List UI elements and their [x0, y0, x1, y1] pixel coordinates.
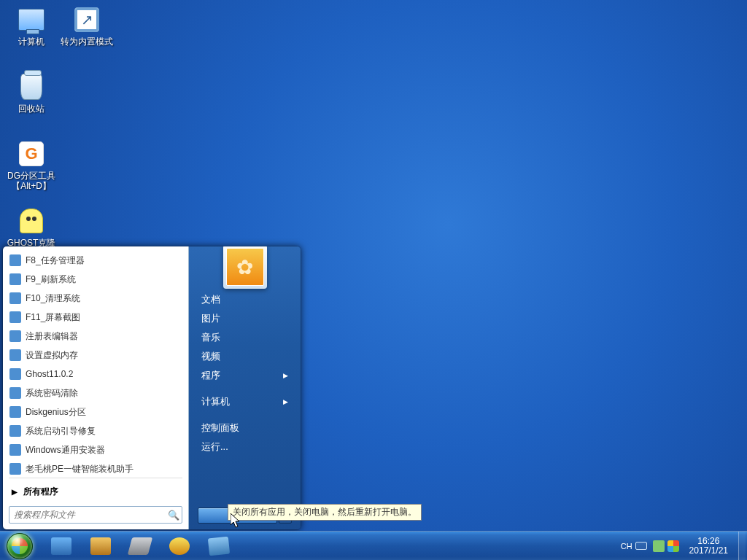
program-icon: [9, 463, 21, 475]
program-icon: [9, 425, 21, 437]
start-menu-right-video[interactable]: 视频: [198, 347, 292, 366]
system-tray: CH 16:26 2017/1/21: [621, 532, 747, 561]
desktop-icon-computer[interactable]: 计算机: [3, 3, 60, 70]
taskbar-quick-launch: [39, 533, 238, 559]
start-menu-program-item[interactable]: F11_屏幕截图: [6, 308, 185, 327]
user-picture-icon: [226, 248, 264, 286]
language-label: CH: [621, 542, 632, 551]
program-label: 系统密码清除: [26, 387, 78, 400]
chevron-right-icon: ▶: [283, 372, 288, 379]
all-programs-label: 所有程序: [23, 486, 58, 498]
start-menu-right-documents[interactable]: 文档: [198, 290, 292, 309]
program-label: 注册表编辑器: [26, 330, 78, 343]
show-desktop-button[interactable]: [738, 532, 746, 561]
start-menu-search[interactable]: 🔍: [9, 506, 182, 524]
start-menu-left-pane: F8_任务管理器 F9_刷新系统 F10_清理系统 F11_屏幕截图 注册表编辑…: [3, 246, 189, 529]
windows-orb-icon: [7, 533, 33, 559]
taskbar-item[interactable]: [82, 533, 120, 559]
desktop-icons: 计算机 回收站 G DG分区工具 【Alt+D】 GHOST克隆 【Alt+G】: [3, 3, 61, 271]
start-menu-program-item[interactable]: F9_刷新系统: [6, 270, 185, 289]
start-button[interactable]: [0, 532, 39, 561]
taskbar-item[interactable]: [200, 533, 238, 559]
start-menu-program-item[interactable]: Diskgenius分区: [6, 402, 185, 421]
program-label: F10_清理系统: [26, 292, 80, 305]
program-icon: [9, 444, 21, 456]
taskbar-item[interactable]: [42, 533, 80, 559]
start-menu-right-pane: 文档 图片 音乐 视频 程序▶ 计算机▶ 控制面板 运行... 重启 ▶: [189, 246, 301, 529]
start-menu-right-control-panel[interactable]: 控制面板: [198, 419, 292, 438]
desktop-icon-mode[interactable]: 转为内置模式: [58, 3, 115, 70]
desktop-icon-label: DG分区工具 【Alt+D】: [7, 171, 55, 191]
chevron-right-icon: ▶: [283, 398, 288, 405]
language-indicator[interactable]: CH: [621, 542, 647, 551]
desktop-icon-recycle[interactable]: 回收站: [3, 70, 60, 137]
clock-time: 16:26: [689, 537, 728, 546]
keyboard-icon: [635, 542, 647, 550]
app-icon: [128, 537, 152, 555]
program-icon: [9, 330, 21, 342]
restart-tooltip: 关闭所有应用，关闭电脑，然后重新打开电脑。: [228, 504, 422, 521]
start-menu-right-music[interactable]: 音乐: [198, 328, 292, 347]
program-icon: [9, 387, 21, 399]
program-label: 老毛桃PE一键智能装机助手: [26, 463, 133, 475]
program-icon: [9, 273, 21, 285]
program-icon: [9, 349, 21, 361]
clock-date: 2017/1/21: [689, 546, 728, 556]
start-menu-programs-list: F8_任务管理器 F9_刷新系统 F10_清理系统 F11_屏幕截图 注册表编辑…: [3, 246, 188, 475]
start-menu-program-item[interactable]: 设置虚拟内存: [6, 346, 185, 365]
tray-icon[interactable]: [667, 540, 679, 552]
program-icon: [9, 368, 21, 380]
app-icon: [90, 537, 111, 555]
chevron-right-icon: ▶: [12, 488, 18, 496]
shortcut-icon: [74, 7, 99, 32]
tray-icons: [653, 540, 679, 552]
tray-icon[interactable]: [653, 540, 665, 552]
start-menu-right-computer[interactable]: 计算机▶: [198, 392, 292, 411]
start-menu-right-run[interactable]: 运行...: [198, 438, 292, 456]
taskbar-clock[interactable]: 16:26 2017/1/21: [685, 537, 732, 556]
program-label: F8_任务管理器: [26, 254, 85, 267]
desktop-icon-label: 回收站: [18, 104, 44, 114]
program-label: Windows通用安装器: [26, 444, 105, 456]
desktop-icon-label: 转为内置模式: [61, 36, 113, 47]
app-icon: [51, 537, 71, 555]
start-menu-right-pictures[interactable]: 图片: [198, 309, 292, 328]
program-label: F11_屏幕截图: [26, 311, 80, 324]
ghost-icon: [20, 209, 43, 233]
start-menu-program-item[interactable]: Ghost11.0.2: [6, 365, 185, 384]
program-icon: [9, 254, 21, 266]
desktop-icon-dg[interactable]: G DG分区工具 【Alt+D】: [3, 137, 60, 204]
start-menu-program-item[interactable]: 老毛桃PE一键智能装机助手: [6, 459, 185, 475]
start-menu-program-item[interactable]: 系统密码清除: [6, 384, 185, 402]
start-menu-divider: [9, 478, 182, 478]
recycle-bin-icon: [20, 74, 42, 100]
program-icon: [9, 292, 21, 304]
diskgenius-icon: G: [19, 141, 44, 166]
start-menu-program-item[interactable]: 注册表编辑器: [6, 327, 185, 346]
start-menu-all-programs[interactable]: ▶ 所有程序: [3, 481, 188, 502]
taskbar: CH 16:26 2017/1/21: [0, 531, 747, 560]
computer-icon: [18, 9, 44, 31]
program-icon: [9, 311, 21, 323]
program-label: 设置虚拟内存: [26, 349, 78, 362]
search-icon: 🔍: [166, 507, 182, 523]
taskbar-item[interactable]: [160, 533, 198, 559]
taskbar-item[interactable]: [121, 533, 159, 559]
start-menu-program-item[interactable]: F10_清理系统: [6, 289, 185, 308]
program-label: Diskgenius分区: [26, 406, 86, 419]
search-input[interactable]: [9, 510, 166, 520]
program-label: Ghost11.0.2: [26, 369, 73, 379]
app-icon: [208, 536, 230, 556]
program-icon: [9, 406, 21, 418]
start-menu-right-programs[interactable]: 程序▶: [198, 366, 292, 385]
start-menu: F8_任务管理器 F9_刷新系统 F10_清理系统 F11_屏幕截图 注册表编辑…: [2, 246, 301, 530]
program-label: 系统启动引导修复: [26, 425, 96, 438]
user-picture-frame[interactable]: [223, 246, 267, 289]
start-menu-program-item[interactable]: Windows通用安装器: [6, 440, 185, 459]
app-icon: [169, 537, 190, 555]
desktop-icon-label: 计算机: [18, 36, 44, 47]
program-label: F9_刷新系统: [26, 273, 76, 286]
start-menu-program-item[interactable]: F8_任务管理器: [6, 251, 185, 270]
start-menu-program-item[interactable]: 系统启动引导修复: [6, 421, 185, 440]
